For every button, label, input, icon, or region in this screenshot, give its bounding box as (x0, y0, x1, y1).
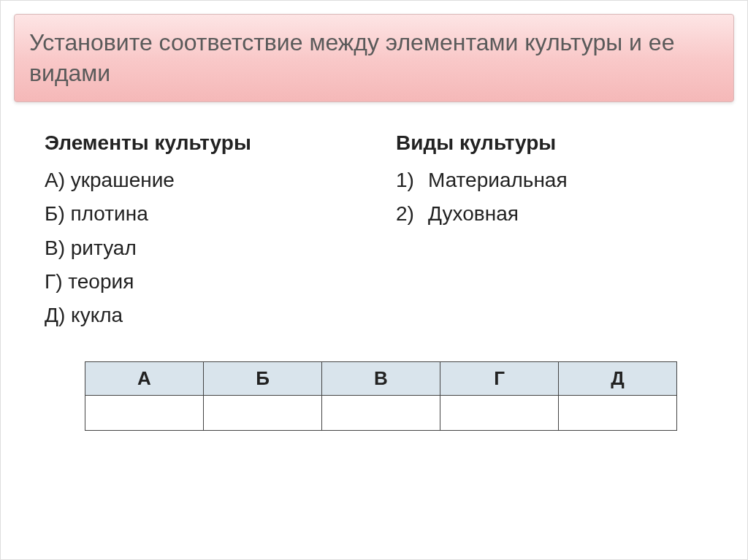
answer-table-container: А Б В Г Д (1, 354, 747, 431)
table-header-row: А Б В Г Д (85, 362, 677, 396)
item-text: Духовная (428, 197, 519, 231)
answer-table: А Б В Г Д (85, 361, 677, 431)
answer-cell[interactable] (322, 396, 440, 431)
left-item: А) украшение (45, 164, 352, 197)
left-item: Г) теория (45, 265, 352, 299)
table-header-cell: В (322, 362, 440, 396)
left-item: Б) плотина (45, 197, 352, 231)
item-text: Материальная (428, 164, 568, 197)
item-number: 2) (396, 197, 428, 231)
left-item: Д) кукла (45, 299, 352, 332)
answer-cell[interactable] (440, 396, 559, 431)
table-header-cell: Г (440, 362, 559, 396)
left-column: Элементы культуры А) украшение Б) плотин… (45, 131, 352, 332)
slide-title: Установите соответствие между элементами… (29, 28, 719, 88)
right-column: Виды культуры 1) Материальная 2) Духовна… (396, 131, 703, 332)
content-area: Элементы культуры А) украшение Б) плотин… (1, 102, 747, 354)
title-bar: Установите соответствие между элементами… (14, 14, 734, 102)
left-item: В) ритуал (45, 231, 352, 265)
answer-cell[interactable] (559, 396, 677, 431)
answer-cell[interactable] (85, 396, 204, 431)
right-item: 2) Духовная (396, 197, 703, 231)
left-heading: Элементы культуры (45, 131, 352, 155)
table-header-cell: Д (559, 362, 677, 396)
answer-cell[interactable] (204, 396, 322, 431)
table-header-cell: Б (204, 362, 322, 396)
table-answer-row (85, 396, 677, 431)
right-item: 1) Материальная (396, 164, 703, 197)
slide-container: Установите соответствие между элементами… (0, 0, 748, 560)
item-number: 1) (396, 164, 428, 197)
right-heading: Виды культуры (396, 131, 703, 155)
table-header-cell: А (85, 362, 204, 396)
